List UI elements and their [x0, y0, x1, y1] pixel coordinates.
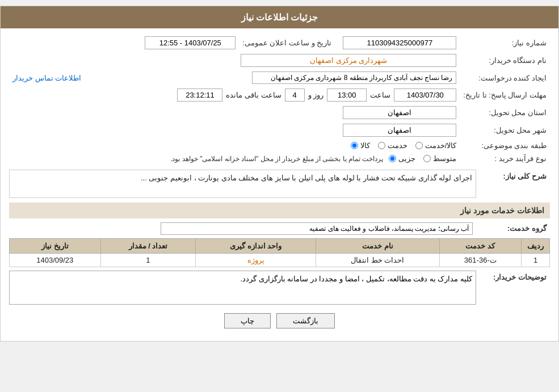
city-input[interactable]	[343, 124, 456, 137]
deadline-days-label: روز و	[308, 91, 324, 99]
services-table: ردیف کد خدمت نام خدمت واحد اندازه گیری ت…	[9, 238, 550, 267]
process-jozyi-radio[interactable]	[389, 155, 396, 162]
cell-service: احداث خط انتقال	[316, 254, 440, 267]
need-number-input[interactable]	[343, 36, 456, 49]
deadline-time-label: ساعت	[370, 91, 390, 99]
process-jozyi-label: جزیی	[398, 154, 415, 163]
cell-unit: پروژه	[196, 254, 316, 267]
date-label: تاریخ و ساعت اعلان عمومی:	[239, 34, 335, 52]
table-header-unit: واحد اندازه گیری	[196, 239, 316, 254]
process-radio-group: متوسط جزیی	[389, 154, 456, 163]
contact-link[interactable]: اطلاعات تماس خریدار	[12, 74, 81, 82]
remaining-label: ساعت باقی مانده	[226, 91, 281, 99]
service-group-input[interactable]	[161, 222, 473, 235]
need-desc-label: شرح کلی نیاز:	[476, 170, 550, 183]
category-label: طبقه بندی موضوعی:	[460, 139, 550, 152]
category-kala-radio[interactable]	[351, 142, 358, 149]
category-radio-group: کالا/خدمت خدمت کالا	[351, 141, 457, 150]
content-area: شماره نیاز: تاریخ و ساعت اعلان عمومی: نا…	[1, 28, 558, 341]
buyer-notes-label: توضیحات خریدار:	[476, 271, 550, 284]
category-kala-label: کالا	[360, 141, 370, 150]
bottom-buttons: بازگشت چاپ	[9, 313, 550, 328]
category-khedmat-radio[interactable]	[378, 142, 385, 149]
table-header-qty: تعداد / مقدار	[100, 239, 196, 254]
province-label: استان محل تحویل:	[460, 104, 550, 121]
category-kala-khedmat-label: کالا/خدمت	[425, 141, 457, 150]
process-radio-jozyi[interactable]: جزیی	[389, 154, 415, 163]
creator-label: ایجاد کننده درخواست:	[460, 69, 550, 86]
cell-qty: 1	[100, 254, 196, 267]
page-title: جزئیات اطلاعات نیاز	[1, 6, 558, 28]
process-radio-motavaset[interactable]: متوسط	[423, 154, 456, 163]
category-kala-khedmat-radio[interactable]	[415, 142, 423, 149]
info-table: شماره نیاز: تاریخ و ساعت اعلان عمومی: نا…	[9, 34, 550, 165]
deadline-date-input[interactable]	[394, 88, 456, 102]
need-desc-value: اجرای لوله گذاری شبیکه تحت فشار با لوله …	[9, 170, 476, 198]
cell-date: 1403/09/23	[10, 254, 101, 267]
table-header-code: کد خدمت	[439, 239, 521, 254]
buyer-notes-container	[9, 271, 476, 306]
date-input[interactable]	[145, 36, 236, 49]
service-group-label: گروه خدمت:	[476, 222, 550, 235]
deadline-days-input[interactable]	[285, 88, 305, 102]
category-radio-kala[interactable]: کالا	[351, 141, 370, 150]
deadline-label: مهلت ارسال پاسخ: تا تاریخ:	[460, 86, 550, 104]
services-section-title: اطلاعات خدمات مورد نیاز	[9, 203, 550, 218]
city-label: شهر محل تحویل:	[460, 121, 550, 139]
need-number-label: شماره نیاز:	[460, 34, 550, 52]
back-button[interactable]: بازگشت	[276, 313, 335, 328]
category-radio-khedmat[interactable]: خدمت	[378, 141, 407, 150]
process-motavaset-radio[interactable]	[423, 155, 431, 162]
buyer-notes-textarea[interactable]	[9, 271, 476, 305]
category-radio-kala-khedmat[interactable]: کالا/خدمت	[415, 141, 457, 150]
deadline-time-input[interactable]	[327, 88, 367, 102]
table-header-date: تاریخ نیاز	[10, 239, 101, 254]
creator-input[interactable]	[252, 71, 456, 84]
buyer-notes-row: توضیحات خریدار:	[9, 271, 550, 306]
remaining-time-input[interactable]	[177, 88, 222, 102]
service-group-value-container	[161, 222, 473, 235]
table-header-service: نام خدمت	[316, 239, 440, 254]
cell-row: 1	[522, 254, 550, 267]
table-header-row: ردیف	[522, 239, 550, 254]
org-input[interactable]	[241, 54, 456, 67]
category-khedmat-label: خدمت	[388, 141, 407, 150]
need-desc-container: اجرای لوله گذاری شبیکه تحت فشار با لوله …	[9, 170, 476, 198]
process-note: پرداخت تمام یا بخشی از مبلغ خریدار از مح…	[170, 155, 383, 163]
org-label: نام دستگاه خریدار:	[460, 52, 550, 69]
process-label: نوع فرآیند خرید :	[460, 152, 550, 165]
page-wrapper: جزئیات اطلاعات نیاز شماره نیاز: تاریخ و …	[0, 6, 559, 342]
cell-code: ت-36-361	[439, 254, 521, 267]
process-motavaset-label: متوسط	[433, 154, 456, 163]
province-input[interactable]	[343, 106, 456, 119]
service-group-row: گروه خدمت:	[9, 222, 550, 235]
print-button[interactable]: چاپ	[224, 313, 271, 328]
table-row: 1 ت-36-361 احداث خط انتقال پروژه 1 1403/…	[10, 254, 550, 267]
need-desc-row: شرح کلی نیاز: اجرای لوله گذاری شبیکه تحت…	[9, 170, 550, 198]
